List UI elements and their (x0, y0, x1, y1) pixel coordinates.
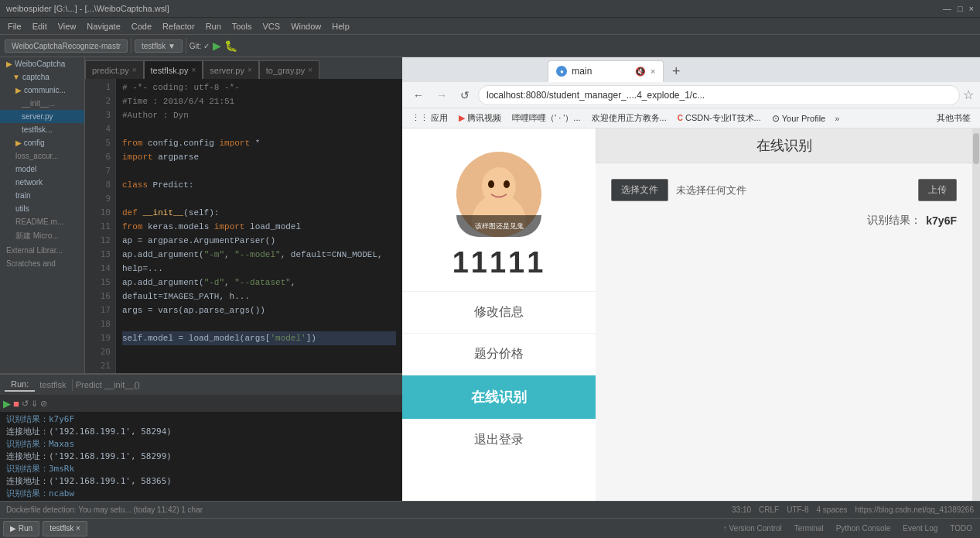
sidebar-item-utils[interactable]: utils (0, 202, 84, 215)
run-btn[interactable]: ▶ (213, 39, 221, 52)
run-output[interactable]: 识别结果：k7y6F 连接地址：('192.168.199.1', 58294)… (0, 412, 402, 501)
run-tab-active[interactable]: Run: (5, 378, 35, 392)
sidebar-item-scratches[interactable]: Scratches and (0, 257, 84, 270)
run-task-btn[interactable]: ▶ Run (3, 521, 39, 536)
code-editor[interactable]: 1 2 3 4 5 6 7 8 9 10 11 12 13 (85, 79, 402, 373)
debug-btn[interactable]: 🐛 (224, 39, 237, 52)
menu-item-modify[interactable]: 修改信息 (402, 291, 596, 334)
menu-window[interactable]: Window (286, 20, 326, 33)
testflsk-task-btn[interactable]: testflsk × (43, 521, 87, 536)
bookmark-star-icon[interactable]: ☆ (963, 87, 974, 102)
menu-item-price[interactable]: 题分价格 (402, 334, 596, 375)
terminal-btn[interactable]: Terminal (790, 523, 828, 534)
maximize-btn[interactable]: □ (958, 4, 963, 13)
sidebar-item-config[interactable]: ▶ config (0, 136, 84, 149)
browser-tabs-bar: ● main 🔇 × + (402, 57, 980, 82)
sidebar-item-weibospider[interactable]: ▶ WeiboCaptcha (0, 57, 84, 70)
code-content[interactable]: # -*- coding: utf-8 -*- #Time : 2018/6/4… (116, 79, 402, 373)
browser-tab-main[interactable]: ● main 🔇 × (548, 60, 664, 82)
version-control-btn[interactable]: ↑ Version Control (719, 523, 787, 534)
back-btn[interactable]: ← (408, 85, 429, 105)
browser-tab-add-btn[interactable]: + (664, 60, 688, 82)
tab-close-togray[interactable]: × (308, 66, 312, 74)
tab-close-server[interactable]: × (248, 66, 252, 74)
bookmark-csdn[interactable]: C CSDN-专业IT技术... (673, 111, 766, 125)
sidebar-item-loss[interactable]: loss_accur... (0, 149, 84, 163)
python-console-btn[interactable]: Python Console (831, 523, 896, 534)
menu-view[interactable]: View (53, 20, 81, 33)
taskbar: ▶ Run testflsk × ↑ Version Control Termi… (0, 518, 980, 538)
sidebar-item-testflsk[interactable]: testflsk... (0, 123, 84, 136)
bookmark-apps[interactable]: ⋮⋮ 应用 (407, 111, 452, 125)
sidebar-item-captcha[interactable]: ▼ captcha (0, 70, 84, 84)
run-scroll-btn[interactable]: ⇓ (31, 399, 38, 409)
sidebar-item-communic[interactable]: ▶ communic... (0, 84, 84, 97)
sidebar-item-server[interactable]: server.py (0, 110, 84, 123)
menu-edit[interactable]: Edit (28, 20, 52, 33)
run-stop-btn[interactable]: ■ (13, 398, 19, 409)
run-clear-btn[interactable]: ⊘ (40, 399, 47, 409)
editor-tabs: predict.py × testflsk.py × server.py × (85, 57, 402, 79)
todo-btn[interactable]: TODO (945, 523, 977, 534)
menu-help[interactable]: Help (327, 20, 354, 33)
close-btn[interactable]: × (969, 4, 974, 13)
code-line-16 (122, 317, 396, 331)
address-input[interactable] (478, 85, 960, 105)
event-log-btn[interactable]: Event Log (898, 523, 942, 534)
sidebar-item-external[interactable]: External Librar... (0, 244, 84, 257)
menu-vcs[interactable]: VCS (258, 20, 285, 33)
browser-tab-close-btn[interactable]: × (650, 67, 655, 76)
folder-open-icon: ▼ (12, 73, 20, 81)
browser-tab-favicon: ● (556, 66, 567, 77)
minimize-btn[interactable]: — (943, 4, 951, 13)
testflsk-selector[interactable]: testflsk ▼ (135, 39, 183, 53)
tab-predict[interactable]: predict.py × (85, 60, 144, 79)
code-line-7 (122, 164, 396, 178)
sidebar-item-readme[interactable]: README.m... (0, 215, 84, 228)
bookmark-github-profile[interactable]: ⊙ Your Profile (767, 111, 830, 125)
tab-close-testflsk[interactable]: × (191, 66, 196, 74)
project-selector[interactable]: WeiboCaptchaRecognize-mastr (5, 39, 128, 53)
upload-btn[interactable]: 上传 (918, 179, 957, 201)
status-bar: Dockerfile detection: You may setu... (t… (0, 501, 980, 518)
forward-btn[interactable]: → (432, 85, 452, 105)
run-tab-method: Predict __init__() (76, 380, 140, 389)
run-output-line-2: 连接地址：('192.168.199.1', 58294) (6, 426, 396, 438)
right-scrollbar[interactable] (972, 129, 980, 501)
choose-file-btn[interactable]: 选择文件 (611, 179, 668, 201)
menu-navigate[interactable]: Navigate (82, 20, 125, 33)
reload-btn[interactable]: ↺ (455, 85, 475, 105)
ide-panel: ▶ WeiboCaptcha ▼ captcha ▶ communic... _… (0, 57, 402, 501)
run-restart-btn[interactable]: ↺ (22, 399, 29, 409)
bookmark-tengxun[interactable]: ▶ 腾讯视频 (454, 111, 506, 125)
sidebar-item-init[interactable]: __init__... (0, 97, 84, 110)
tab-togray[interactable]: to_gray.py × (259, 60, 319, 79)
menu-refactor[interactable]: Refactor (158, 20, 200, 33)
menu-tools[interactable]: Tools (227, 20, 257, 33)
menu-item-identify[interactable]: 在线识别 (402, 375, 596, 419)
bookmark-bilibili[interactable]: 哔哩哔哩（' · '）... (507, 111, 586, 125)
sidebar-item-xingjian[interactable]: 新建 Micro... (0, 228, 84, 244)
tab-server[interactable]: server.py × (203, 60, 258, 79)
code-line-12: ap = argparse.ArgumentParser() (122, 234, 396, 248)
menu-code[interactable]: Code (127, 20, 156, 33)
menu-run[interactable]: Run (201, 20, 226, 33)
run-output-line-7: 识别结果：ncabw (6, 488, 396, 500)
bookmark-more-btn[interactable]: » (831, 112, 842, 125)
sidebar-item-train[interactable]: train (0, 189, 84, 202)
sidebar-item-network[interactable]: network (0, 176, 84, 189)
run-play-btn[interactable]: ▶ (3, 398, 11, 409)
browser-audio-icon[interactable]: 🔇 (635, 67, 646, 77)
code-line-9 (122, 192, 396, 206)
window-title-bar: weibospider [G:\...] - [...\WeiboCaptcha… (0, 0, 980, 17)
code-line-4 (122, 122, 396, 136)
menu-file[interactable]: File (3, 20, 26, 33)
window-controls[interactable]: — □ × (943, 4, 974, 13)
bookmark-jiaowu[interactable]: 欢迎使用正方教务... (587, 111, 671, 125)
tab-close-predict[interactable]: × (132, 66, 137, 74)
sidebar-item-model[interactable]: model (0, 163, 84, 176)
other-bookmarks[interactable]: 其他书签 (932, 111, 975, 125)
tab-testflsk[interactable]: testflsk.py × (144, 60, 203, 79)
menu-item-logout[interactable]: 退出登录 (402, 419, 596, 461)
scrollbar-thumb[interactable] (973, 133, 979, 164)
